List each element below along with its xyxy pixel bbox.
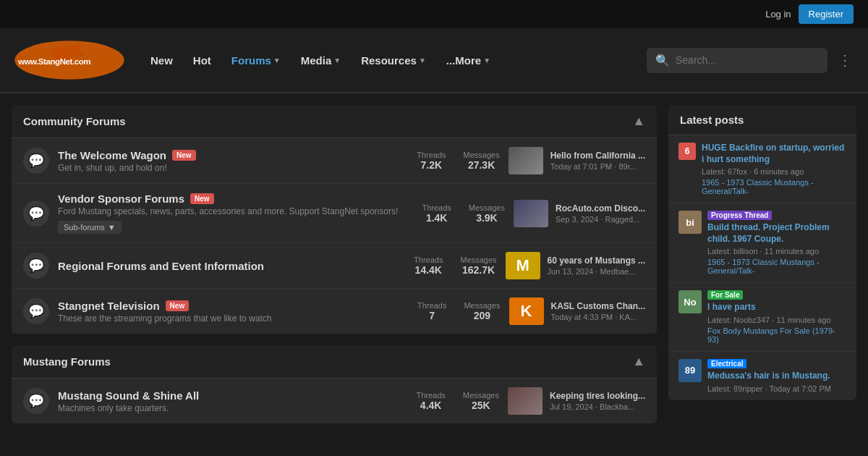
options-menu-icon[interactable]: ⋮	[833, 47, 856, 73]
lp-avatar-medussa: 89	[678, 359, 702, 382]
nav-item-media[interactable]: Media ▼	[292, 48, 349, 72]
preview-meta-welcome: Today at 7:01 PM · 89r...	[550, 162, 645, 171]
community-forums-section: Community Forums ▲ 💬 The Welcome Wagon N…	[12, 105, 657, 334]
lp-tags-build-thread: Progress Thread	[707, 211, 846, 220]
latest-preview-vendor: RocAuto.com Disco... Sep 3, 2024 · Ragge…	[514, 200, 645, 227]
search-area: 🔍 ⋮	[647, 47, 856, 73]
lp-count-backfire: 6	[678, 143, 696, 160]
stats-tv: Threads 7 Messages 209	[417, 301, 501, 321]
stat-threads-regional: Threads 14.4K	[414, 256, 443, 276]
forum-icon-sound-shine: 💬	[23, 388, 49, 414]
stat-threads-welcome: Threads 7.2K	[417, 151, 446, 171]
nav-item-hot[interactable]: Hot	[184, 48, 220, 72]
stat-threads-tv: Threads 7	[417, 301, 446, 321]
stat-threads-vendor: Threads 1.4K	[422, 203, 451, 224]
mustang-forums-header: Mustang Forums ▲	[12, 345, 657, 379]
forum-desc-welcome: Get in, shut up, and hold on!	[58, 163, 408, 173]
stats-vendor: Threads 1.4K Messages 3.9K	[422, 203, 505, 224]
forum-row-sound-shine: 💬 Mustang Sound & Shine All Machines onl…	[12, 379, 657, 423]
stat-messages-vendor: Messages 3.9K	[469, 203, 505, 224]
preview-thumb-tv: K	[509, 297, 544, 325]
preview-title-sound-shine[interactable]: Keeping tires looking...	[550, 391, 645, 401]
forum-name-welcome: The Welcome Wagon New	[58, 149, 408, 161]
lp-title-build-thread[interactable]: Build thread. Project Problem child. 196…	[707, 222, 846, 245]
forum-row-vendor: 💬 Vendor Sponsor Forums New Ford Mustang…	[12, 184, 657, 243]
search-input[interactable]	[676, 54, 819, 66]
preview-title-regional[interactable]: 60 years of Mustangs ...	[548, 256, 645, 266]
lp-top-medussa: 89 Electrical Medussa's hair is in Musta…	[678, 359, 846, 393]
lp-tags-medussa: Electrical	[707, 359, 846, 368]
sub-forums-chevron: ▼	[108, 223, 116, 232]
nav-links: New Hot Forums ▼ Media ▼ Resources ▼ ...…	[142, 48, 647, 72]
lp-top-build-thread: bi Progress Thread Build thread. Project…	[678, 211, 846, 275]
lp-meta-have-parts: Latest: Noobz347 · 11 minutes ago	[707, 316, 846, 324]
forum-desc-vendor: Ford Mustang specials, news, parts, acce…	[58, 206, 413, 216]
preview-info-regional: 60 years of Mustangs ... Jun 13, 2024 · …	[548, 256, 645, 276]
stat-threads-sound-shine: Threads 4.4K	[416, 391, 445, 411]
forum-name-regional: Regional Forums and Event Information	[58, 260, 405, 272]
top-bar: Log in Register	[0, 0, 868, 28]
nav-item-resources[interactable]: Resources ▼	[352, 48, 435, 72]
lp-title-have-parts[interactable]: I have parts	[707, 302, 846, 313]
mustang-forums-section: Mustang Forums ▲ 💬 Mustang Sound & Shine…	[12, 345, 657, 423]
forums-chevron: ▼	[273, 56, 281, 64]
sub-forums-btn-vendor[interactable]: Sub-forums ▼	[58, 221, 122, 234]
lp-item-build-thread: bi Progress Thread Build thread. Project…	[668, 203, 856, 283]
resources-chevron: ▼	[419, 56, 426, 64]
more-chevron: ▼	[483, 56, 490, 64]
lp-tag-electrical: Electrical	[707, 359, 746, 368]
forum-name-sound-shine: Mustang Sound & Shine All	[58, 389, 407, 402]
login-link[interactable]: Log in	[765, 9, 791, 20]
lp-link-have-parts[interactable]: Fox Body Mustangs For Sale (1979-93)	[707, 326, 846, 344]
register-button[interactable]: Register	[799, 4, 854, 24]
lp-meta-medussa: Latest: 89ripper · Today at 7:02 PM	[707, 384, 846, 393]
navbar: www.StangNet.com New Hot Forums ▼ Media …	[0, 28, 868, 93]
preview-meta-regional: Jun 13, 2024 · Medbae...	[548, 267, 645, 276]
latest-preview-tv: K KASL Customs Chan... Today at 4:33 PM …	[509, 297, 645, 325]
lp-meta-build-thread: Latest: billison · 11 minutes ago	[707, 247, 846, 256]
forum-icon-regional: 💬	[23, 253, 49, 279]
stat-messages-regional: Messages 162.7K	[460, 256, 496, 276]
preview-thumb-vendor	[514, 200, 548, 227]
lp-content-have-parts: For Sale I have parts Latest: Noobz347 ·…	[707, 290, 846, 344]
lp-link-backfire[interactable]: 1965 - 1973 Classic Mustangs - General/T…	[702, 178, 846, 195]
logo-area: www.StangNet.com	[12, 35, 127, 85]
media-chevron: ▼	[333, 56, 341, 64]
latest-posts-box: Latest posts 6 HUGE Backfire on startup,…	[668, 105, 856, 400]
stat-messages-welcome: Messages 27.3K	[464, 151, 500, 171]
lp-meta-backfire: Latest: 67fox · 6 minutes ago	[702, 167, 846, 176]
mustang-forums-collapse[interactable]: ▲	[632, 354, 645, 369]
stats-sound-shine: Threads 4.4K Messages 25K	[416, 391, 499, 411]
forums-column: Community Forums ▲ 💬 The Welcome Wagon N…	[12, 105, 657, 435]
preview-title-tv[interactable]: KASL Customs Chan...	[551, 301, 645, 311]
preview-info-tv: KASL Customs Chan... Today at 4:33 PM · …	[551, 301, 645, 321]
nav-item-more[interactable]: ...More ▼	[438, 48, 499, 72]
latest-preview-sound-shine: Keeping tires looking... Jul 19, 2024 · …	[508, 387, 645, 415]
forum-desc-sound-shine: Machines only take quarters.	[58, 403, 407, 413]
preview-title-welcome[interactable]: Hello from California ...	[550, 151, 645, 161]
site-logo[interactable]: www.StangNet.com	[12, 35, 127, 85]
forum-icon-tv: 💬	[23, 298, 49, 324]
lp-title-medussa[interactable]: Medussa's hair is in Mustang.	[707, 371, 846, 382]
forum-name-tv: Stangnet Television New	[58, 300, 409, 312]
preview-thumb-regional: M	[506, 252, 540, 279]
forum-row-regional: 💬 Regional Forums and Event Information …	[12, 243, 657, 289]
forum-info-vendor: Vendor Sponsor Forums New Ford Mustang s…	[58, 193, 413, 234]
lp-item-medussa: 89 Electrical Medussa's hair is in Musta…	[668, 352, 856, 400]
preview-title-vendor[interactable]: RocAuto.com Disco...	[556, 203, 645, 214]
nav-item-forums[interactable]: Forums ▼	[223, 48, 289, 72]
lp-title-backfire[interactable]: HUGE Backfire on startup, worried i hurt…	[702, 143, 846, 165]
nav-item-new[interactable]: New	[142, 48, 182, 72]
mustang-forums-title: Mustang Forums	[23, 355, 111, 368]
lp-link-build-thread[interactable]: 1965 - 1973 Classic Mustangs - General/T…	[707, 258, 846, 275]
forum-info-regional: Regional Forums and Event Information	[58, 260, 405, 272]
lp-tag-progress: Progress Thread	[707, 211, 772, 220]
forum-info-sound-shine: Mustang Sound & Shine All Machines only …	[58, 389, 407, 413]
lp-content-medussa: Electrical Medussa's hair is in Mustang.…	[707, 359, 846, 393]
community-forums-collapse[interactable]: ▲	[632, 114, 645, 129]
forum-row-tv: 💬 Stangnet Television New These are the …	[12, 289, 657, 334]
badge-new-vendor: New	[190, 193, 214, 204]
badge-new-tv: New	[166, 300, 190, 311]
lp-item-backfire: 6 HUGE Backfire on startup, worried i hu…	[668, 135, 856, 203]
latest-preview-regional: M 60 years of Mustangs ... Jun 13, 2024 …	[506, 252, 645, 279]
